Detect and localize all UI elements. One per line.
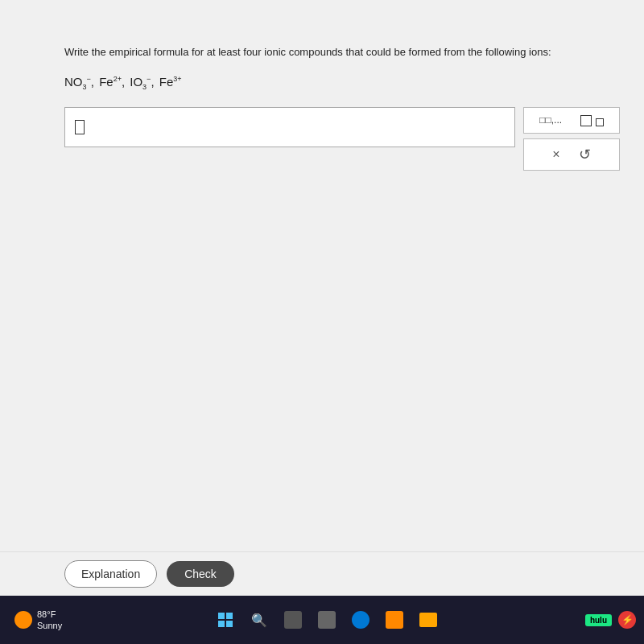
undo-button[interactable]: ↺ bbox=[576, 144, 594, 165]
red-icon-symbol: ⚡ bbox=[621, 614, 634, 625]
search-icon: 🔍 bbox=[251, 613, 267, 628]
search-taskbar-button[interactable]: 🔍 bbox=[247, 608, 271, 632]
input-row: □□,... × ↺ bbox=[64, 107, 620, 171]
superscript-icon bbox=[580, 114, 604, 127]
taskbar-center: 🔍 bbox=[75, 608, 579, 632]
taskbar-app-folder[interactable] bbox=[416, 608, 440, 632]
weather-info: 88°F Sunny bbox=[37, 609, 62, 632]
bottom-action-bar: Explanation Check bbox=[0, 551, 644, 596]
ion-fe3: Fe3+ bbox=[159, 75, 182, 89]
app-red-icon[interactable]: ⚡ bbox=[618, 611, 636, 629]
grid-icon bbox=[386, 611, 403, 629]
ion-fe2: Fe2+, bbox=[99, 75, 128, 89]
empty-answer-area bbox=[64, 187, 620, 444]
taskbar-app-files[interactable] bbox=[281, 608, 305, 632]
answer-input[interactable] bbox=[64, 107, 515, 147]
taskbar: 88°F Sunny 🔍 bbox=[0, 596, 644, 644]
content-area: Write the empirical formula for at least… bbox=[64, 44, 620, 444]
ions-display: NO3−, Fe2+, IO3−, Fe3+ bbox=[64, 75, 620, 91]
clear-button[interactable]: × bbox=[549, 146, 563, 163]
subscript-superscript-icon: □□,... bbox=[539, 114, 562, 126]
windows-logo-icon bbox=[218, 613, 233, 627]
ion-io3: IO3−, bbox=[130, 75, 157, 91]
explanation-button[interactable]: Explanation bbox=[64, 560, 157, 588]
taskbar-app-edge[interactable] bbox=[349, 608, 373, 632]
main-content: Write the empirical formula for at least… bbox=[0, 0, 644, 596]
weather-widget: 88°F Sunny bbox=[8, 605, 68, 635]
ion-no3: NO3−, bbox=[64, 75, 97, 91]
hulu-badge[interactable]: hulu bbox=[585, 614, 612, 626]
toolbar-container: □□,... × ↺ bbox=[523, 107, 620, 171]
taskbar-app-camera[interactable] bbox=[315, 608, 339, 632]
subscript-superscript-button[interactable]: □□,... bbox=[536, 113, 565, 127]
files-icon bbox=[284, 611, 302, 629]
camera-icon bbox=[318, 611, 336, 629]
toolbar-bottom-row: × ↺ bbox=[523, 138, 620, 171]
edge-icon bbox=[352, 611, 369, 629]
weather-sun-icon bbox=[14, 611, 32, 629]
question-text: Write the empirical formula for at least… bbox=[64, 44, 620, 60]
toolbar-top-row: □□,... bbox=[523, 107, 620, 134]
folder-icon bbox=[419, 613, 437, 627]
text-cursor bbox=[75, 120, 85, 134]
taskbar-right: hulu ⚡ bbox=[585, 611, 636, 629]
check-button[interactable]: Check bbox=[167, 561, 234, 587]
superscript-button[interactable] bbox=[577, 113, 607, 129]
ss-label: □□,... bbox=[539, 114, 562, 126]
taskbar-app-grid[interactable] bbox=[382, 608, 407, 632]
weather-condition: Sunny bbox=[37, 620, 62, 631]
weather-temp: 88°F bbox=[37, 609, 62, 620]
windows-start-button[interactable] bbox=[213, 608, 237, 632]
